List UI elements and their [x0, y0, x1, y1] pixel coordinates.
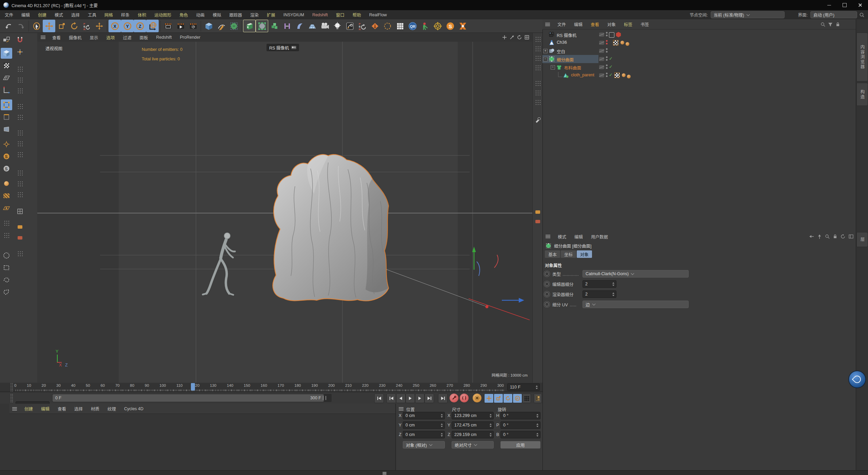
render-picture-viewer-button[interactable] — [174, 20, 187, 32]
strip-group-icon[interactable] — [534, 63, 542, 72]
material-menu-item[interactable]: 材质 — [87, 405, 103, 412]
menu-item[interactable]: 跟踪器 — [225, 12, 246, 18]
menu-item[interactable]: 创建 — [34, 12, 51, 18]
type-dropdown[interactable]: Catmull-Clark(N-Gons) — [583, 270, 689, 278]
viewport-menu-item[interactable]: 摄像机 — [65, 34, 86, 41]
cage-deformer-button[interactable] — [256, 20, 268, 32]
menu-item[interactable]: INSYDIUM — [279, 13, 308, 17]
palette-group-icon[interactable] — [15, 112, 25, 122]
play-button[interactable] — [406, 394, 415, 403]
floor-object-button[interactable] — [306, 20, 318, 32]
autokey-button[interactable] — [460, 394, 469, 402]
snap-magnet-button[interactable] — [15, 34, 25, 45]
bend-deformer-button[interactable] — [293, 20, 306, 32]
snap-settings-button[interactable] — [1, 230, 12, 241]
character-object-button[interactable] — [419, 20, 431, 32]
points-mode-button[interactable] — [1, 99, 12, 110]
move-snap-button[interactable] — [15, 46, 25, 57]
rotation-b-field[interactable]: 0 ° — [500, 431, 540, 438]
palette-group-icon[interactable] — [15, 138, 25, 149]
menu-item[interactable]: 文件 — [1, 12, 17, 18]
weight-tag-icon[interactable] — [613, 40, 618, 45]
menu-item[interactable]: 样条 — [117, 12, 134, 18]
palette-group-icon[interactable] — [15, 85, 25, 96]
add-mesh-sphere-button[interactable] — [228, 20, 240, 32]
am-menu-userdata[interactable]: 用户数据 — [587, 233, 612, 240]
symmetry-generator-button[interactable] — [281, 20, 293, 32]
menu-item[interactable]: RealFlow — [365, 13, 391, 17]
toggle-view-icon[interactable] — [524, 35, 530, 40]
viewport-menu-item[interactable]: 显示 — [86, 34, 102, 41]
add-cube-button[interactable] — [202, 20, 215, 32]
target-psr-button[interactable]: P S R — [356, 20, 369, 32]
am-menu-mode[interactable]: 模式 — [554, 233, 570, 240]
position-y-field[interactable]: 0 cm — [403, 421, 445, 429]
palette-group-icon[interactable] — [15, 149, 25, 160]
viewport-menu-item[interactable]: 选项 — [102, 34, 119, 41]
uv-dropdown[interactable]: 边 — [583, 301, 689, 308]
strip-orange-icon[interactable] — [534, 208, 542, 216]
rotation-h-field[interactable]: 0 ° — [500, 412, 540, 419]
coordinate-system-button[interactable] — [146, 20, 159, 32]
orange-tool-button[interactable] — [15, 222, 25, 232]
record-scale-toggle[interactable] — [494, 394, 503, 403]
redshift-tag-icon[interactable] — [616, 32, 621, 37]
maximize-button[interactable] — [837, 0, 852, 10]
om-menu-object[interactable]: 对象 — [603, 21, 620, 27]
xpresso-tag-icon[interactable] — [626, 42, 629, 46]
subdivision-surface-button[interactable] — [243, 20, 256, 32]
material-menu-item[interactable]: 查看 — [54, 405, 70, 412]
palette-group-icon[interactable] — [15, 101, 25, 112]
menu-item[interactable]: 网格 — [100, 12, 117, 18]
prev-frame-button[interactable] — [396, 394, 406, 403]
layer-toggle[interactable] — [599, 73, 604, 77]
polygons-mode-button[interactable] — [1, 124, 12, 135]
keyframe-ring-icon[interactable] — [545, 302, 549, 306]
rotate-tool-button[interactable] — [68, 20, 80, 32]
redo-button[interactable] — [15, 20, 27, 32]
strip-group-icon[interactable] — [534, 79, 542, 87]
go-up-icon[interactable] — [817, 234, 822, 239]
target-crosshair-button[interactable] — [431, 20, 444, 32]
move-tool-button[interactable] — [43, 20, 55, 32]
palette-group-icon[interactable] — [15, 189, 25, 200]
interface-dropdown[interactable]: 启动 (用户) — [810, 11, 857, 18]
workplane-snap-button[interactable] — [1, 203, 12, 213]
visibility-dots[interactable] — [606, 32, 608, 36]
next-frame-button[interactable] — [415, 394, 425, 403]
palette-group-icon[interactable] — [15, 248, 25, 259]
viewport-menu-item[interactable]: 查看 — [48, 34, 65, 41]
attribute-menu-icon[interactable] — [546, 235, 550, 238]
om-lock-icon[interactable] — [835, 22, 840, 27]
coordinate-menu-icon[interactable] — [399, 407, 403, 411]
am-menu-edit[interactable]: 编辑 — [570, 233, 587, 240]
red-tool-button[interactable] — [15, 232, 25, 243]
goto-next-key-button[interactable] — [425, 394, 434, 403]
tab-basic[interactable]: 基本 — [545, 250, 560, 258]
model-mode-button[interactable] — [1, 48, 12, 59]
palette-group-icon[interactable] — [15, 167, 25, 178]
layer-toggle[interactable] — [599, 65, 604, 69]
undo-button[interactable] — [2, 20, 15, 32]
om-menu-tags[interactable]: 标签 — [620, 21, 636, 27]
falloff-button[interactable] — [369, 20, 381, 32]
light-object-button[interactable] — [331, 20, 343, 32]
lock-x-axis-button[interactable]: X — [108, 20, 121, 32]
field-object-button[interactable] — [381, 20, 394, 32]
layer-toggle[interactable] — [599, 49, 604, 53]
live-selection-button[interactable] — [30, 20, 43, 32]
render-settings-button[interactable] — [187, 20, 199, 32]
xpresso-tag-icon[interactable] — [627, 75, 631, 78]
rotation-p-field[interactable]: 0 ° — [500, 421, 540, 429]
zoom-view-icon[interactable] — [509, 35, 515, 40]
collapse-icon[interactable]: − — [543, 57, 548, 61]
sound-object-button[interactable]: S — [444, 20, 456, 32]
camera-badge[interactable]: RS 摄像机 — [267, 44, 299, 51]
am-lock-icon[interactable] — [833, 234, 837, 239]
goto-end-button[interactable] — [438, 394, 448, 403]
coordinate-mode-dropdown[interactable]: 对象 (相对) — [403, 441, 445, 449]
axis-move-button[interactable] — [93, 20, 105, 32]
record-position-toggle[interactable] — [484, 394, 494, 403]
viewport-menu-item[interactable]: Redshift — [152, 35, 176, 40]
om-filter-icon[interactable] — [828, 22, 833, 27]
